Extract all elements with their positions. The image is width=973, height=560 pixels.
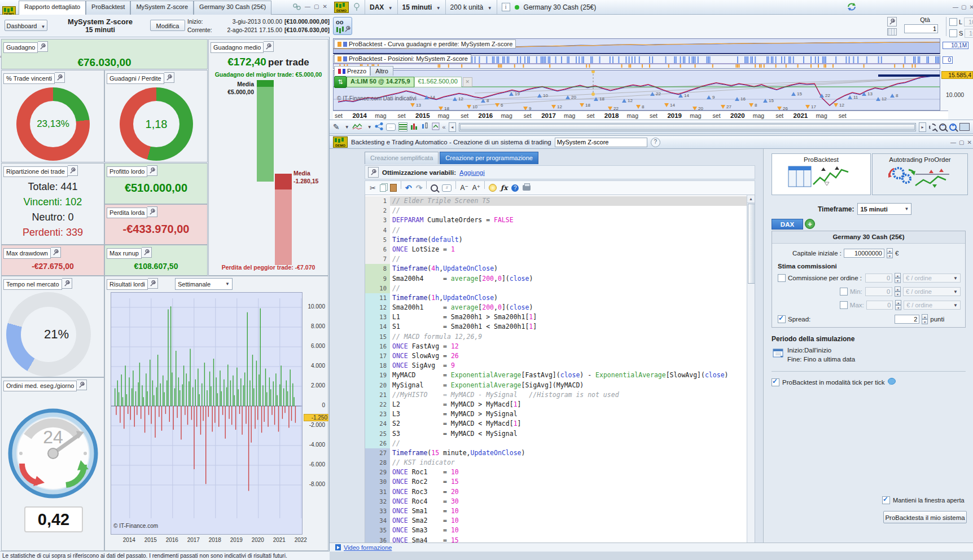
minimize-button[interactable]: — — [950, 139, 956, 145]
code-line[interactable]: 3DEFPARAM CumulateOrders = FALSE — [365, 215, 747, 225]
paste-icon[interactable] — [390, 184, 397, 192]
qty-input[interactable] — [904, 24, 938, 33]
code-line[interactable]: 12Sma200h1 = average[200,0](close) — [365, 303, 747, 312]
maximize-button[interactable]: ▢ — [314, 3, 319, 10]
report-tab[interactable]: Rapporto dettagliato — [19, 1, 86, 15]
code-line[interactable]: 28// KST indicator — [365, 458, 747, 468]
minimize-button[interactable]: — — [305, 3, 310, 10]
code-editor[interactable]: 1// Elder Triple Screen TS2//3DEFPARAM C… — [365, 195, 755, 552]
wrench-icon[interactable] — [148, 278, 158, 289]
code-line[interactable]: 27Timeframe(15 minute,UpdateOnClose) — [365, 448, 747, 458]
cut-icon[interactable]: ✂ — [370, 184, 376, 192]
vscrollbar-thumb[interactable] — [748, 204, 755, 284]
code-line[interactable]: 22L2 = MyMACD > MyMacd[1] — [365, 400, 747, 409]
code-line[interactable]: 20MySignal = ExponentialAverage[SigAvg](… — [365, 381, 747, 390]
timeframe-dropdown[interactable]: 15 minuti ▼ — [402, 3, 441, 11]
maximize-button[interactable]: ▢ — [961, 4, 966, 10]
calendar-icon[interactable] — [773, 347, 784, 359]
code-line[interactable]: 30ONCE Roc2 = 15 — [365, 477, 747, 487]
wrench-icon[interactable] — [62, 278, 72, 289]
suggestion-icon[interactable] — [489, 184, 497, 192]
wrench-icon[interactable] — [68, 165, 78, 176]
wrench-icon[interactable] — [147, 206, 157, 217]
wrench-icon[interactable] — [55, 72, 65, 83]
scroll-left-arrow[interactable]: ◂ — [449, 122, 456, 132]
capital-input[interactable]: 10000000 — [844, 249, 884, 258]
maximize-button[interactable]: ▢ — [959, 139, 964, 145]
tab-creazione-programmazione[interactable]: Creazione per programmazione — [440, 152, 538, 164]
instrument-dropdown[interactable]: DAX ▼ — [370, 3, 393, 11]
tab-creazione-semplificata[interactable]: Creazione semplificata — [365, 152, 439, 164]
keep-open-checkbox[interactable] — [882, 496, 890, 504]
chevron-down-icon[interactable]: ▼ — [367, 125, 372, 130]
max-checkbox[interactable] — [840, 301, 848, 309]
period-end[interactable]: Fine: Fino a ultima data — [787, 356, 855, 363]
order-badge[interactable]: ⇅ A:LIM 50 @ 14.275,9 €1.562.500,00 ✕ — [334, 77, 472, 87]
tab-probacktest[interactable]: ProBacktest — [772, 153, 871, 195]
code-line[interactable]: 25S3 = MyMACD < MySignal — [365, 429, 747, 439]
code-line[interactable]: 29ONCE Roc1 = 10 — [365, 468, 747, 477]
code-line[interactable]: 17ONCE SlowAvg = 26 — [365, 351, 747, 361]
comment-toggle-icon[interactable]: // — [442, 184, 452, 192]
commission-input[interactable]: 0 — [865, 274, 892, 283]
code-line[interactable]: 32ONCE Roc4 = 30 — [365, 497, 747, 506]
code-line[interactable]: 26// — [365, 439, 747, 448]
code-line[interactable]: 4// — [365, 226, 747, 235]
code-line[interactable]: 31ONCE Roc3 = 20 — [365, 487, 747, 497]
font-increase-icon[interactable]: A⁺ — [472, 184, 480, 192]
function-icon[interactable]: ƒx — [501, 184, 507, 192]
modify-button[interactable]: Modifica — [150, 20, 185, 31]
system-name-input[interactable] — [555, 138, 647, 147]
wrench-icon[interactable] — [142, 247, 152, 258]
code-line[interactable]: 16ONCE FastAvg = 12 — [365, 342, 747, 351]
video-training-link[interactable]: Video formazione — [344, 544, 392, 551]
tick-info-icon[interactable] — [888, 378, 896, 386]
commission-checkbox[interactable] — [778, 274, 786, 282]
units-dropdown[interactable]: 200 k unità ▼ — [450, 3, 492, 11]
code-line[interactable]: 34ONCE Sma2 = 10 — [365, 516, 747, 526]
min-unit-dropdown[interactable]: € / ordine▼ — [903, 287, 961, 296]
code-line[interactable]: 10// — [365, 284, 747, 293]
order-move-icon[interactable]: ⇅ — [334, 76, 347, 88]
code-line[interactable]: 13L1 = Sma200h1 > Sma200h1[1] — [365, 312, 747, 322]
min-checkbox[interactable] — [840, 288, 848, 296]
refresh-icon[interactable] — [847, 2, 857, 12]
tab-altro[interactable]: Altro — [370, 66, 393, 76]
wrench-icon[interactable] — [164, 72, 174, 83]
minimize-button[interactable]: — — [953, 4, 958, 10]
code-line[interactable]: 8Timeframe(4h,UpdateOnClose) — [365, 264, 747, 274]
code-line[interactable]: 33ONCE Sma1 = 10 — [365, 506, 747, 516]
indicator-icon[interactable] — [352, 122, 362, 131]
period-dropdown[interactable]: Settimanale▼ — [175, 278, 233, 290]
add-instrument-icon[interactable]: + — [805, 219, 815, 229]
help-icon[interactable]: ? — [511, 184, 519, 192]
code-line[interactable]: 11Timeframe(1h,UpdateOnClose) — [365, 293, 747, 303]
share-icon[interactable] — [375, 122, 383, 131]
equity-legend-chip[interactable]: ProBacktest - Curva guadagni e perdite: … — [334, 39, 516, 48]
spread-input[interactable]: 2 — [895, 315, 919, 324]
code-line[interactable]: 9Sma200h4 = average[200,0](close) — [365, 274, 747, 284]
bars-icon[interactable] — [410, 122, 418, 131]
draw-tool-icon[interactable]: ✎ — [333, 122, 340, 131]
report-tab[interactable]: ProBacktest — [86, 1, 130, 15]
wrench-icon[interactable] — [51, 247, 61, 258]
wrench-icon[interactable] — [147, 165, 157, 176]
report-tab[interactable]: MySystem Z-score — [130, 1, 194, 15]
tick-mode-checkbox[interactable] — [772, 378, 779, 386]
zoom-in-icon[interactable]: + — [949, 124, 957, 131]
max-input[interactable]: 0 — [866, 301, 893, 310]
search-icon[interactable] — [431, 184, 438, 192]
wrench-icon[interactable] — [368, 167, 379, 178]
help-doc-icon[interactable]: ? — [651, 138, 660, 147]
short-checkbox[interactable] — [949, 29, 957, 37]
redo-icon[interactable]: ↷ — [416, 183, 423, 192]
min-input[interactable]: 0 — [865, 287, 892, 296]
code-line[interactable]: 19MyMACD = ExponentialAverage[FastAvg](c… — [365, 371, 747, 380]
close-button[interactable]: ✕ — [322, 3, 327, 10]
code-line[interactable]: 21//MyHISTO = MyMACD - MySignal //Histog… — [365, 390, 747, 400]
spread-checkbox[interactable] — [778, 315, 786, 323]
wrench-icon[interactable] — [77, 380, 87, 390]
collapse-left-icon[interactable]: « — [442, 124, 446, 130]
code-line[interactable]: 35ONCE Sma3 = 10 — [365, 526, 747, 535]
order-settings-icon[interactable] — [887, 17, 897, 27]
